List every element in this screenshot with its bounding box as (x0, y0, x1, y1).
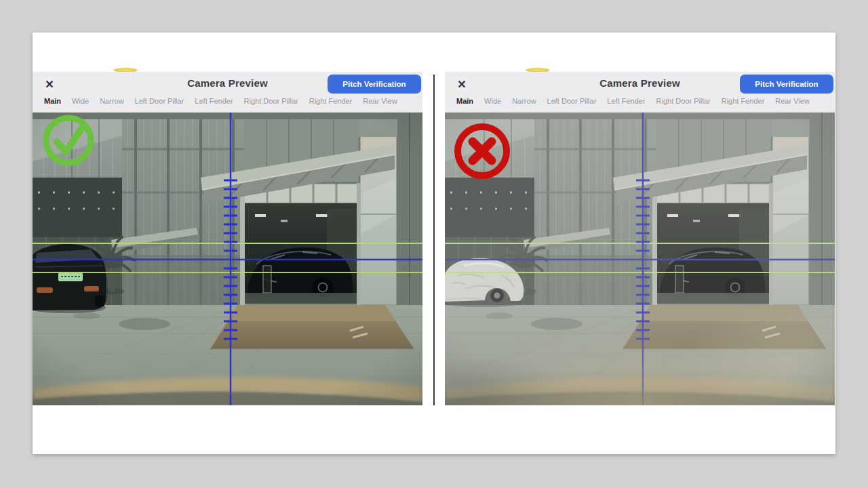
tab-left-fender[interactable]: Left Fender (195, 97, 233, 105)
tab-left-fender[interactable]: Left Fender (607, 97, 645, 105)
camera-preview-header: ✕ Camera Preview Pitch Verification Main… (445, 72, 835, 113)
camera-tabs: Main Wide Narrow Left Door Pillar Left F… (456, 97, 835, 105)
tab-main[interactable]: Main (456, 97, 473, 105)
tab-left-door-pillar[interactable]: Left Door Pillar (547, 97, 597, 105)
tab-rear-view[interactable]: Rear View (363, 97, 397, 105)
pitch-verification-button[interactable]: Pitch Verification (740, 75, 833, 94)
tab-narrow[interactable]: Narrow (512, 97, 536, 105)
pitch-verification-button[interactable]: Pitch Verification (328, 75, 421, 94)
camera-preview-header: ✕ Camera Preview Pitch Verification Main… (33, 72, 422, 113)
tab-wide[interactable]: Wide (72, 97, 89, 105)
camera-tabs: Main Wide Narrow Left Door Pillar Left F… (44, 97, 422, 105)
content-card: ✕ Camera Preview Pitch Verification Main… (33, 33, 835, 454)
fail-x-icon (453, 122, 511, 180)
tab-right-door-pillar[interactable]: Right Door Pillar (656, 97, 711, 105)
tab-wide[interactable]: Wide (484, 97, 501, 105)
tab-main[interactable]: Main (44, 97, 61, 105)
panel-incorrect-example: ✕ Camera Preview Pitch Verification Main… (445, 72, 835, 405)
camera-preview-image (33, 113, 422, 405)
tab-narrow[interactable]: Narrow (100, 97, 123, 105)
pass-check-icon (42, 114, 95, 167)
panel-correct-example: ✕ Camera Preview Pitch Verification Main… (33, 72, 422, 405)
tab-right-fender[interactable]: Right Fender (309, 97, 353, 105)
panel-divider (433, 75, 435, 405)
comparison-slide: ✕ Camera Preview Pitch Verification Main… (0, 0, 868, 488)
tab-right-fender[interactable]: Right Fender (722, 97, 765, 105)
tab-rear-view[interactable]: Rear View (775, 97, 810, 105)
tab-left-door-pillar[interactable]: Left Door Pillar (135, 97, 184, 105)
tab-right-door-pillar[interactable]: Right Door Pillar (244, 97, 298, 105)
camera-preview-image (445, 113, 835, 405)
